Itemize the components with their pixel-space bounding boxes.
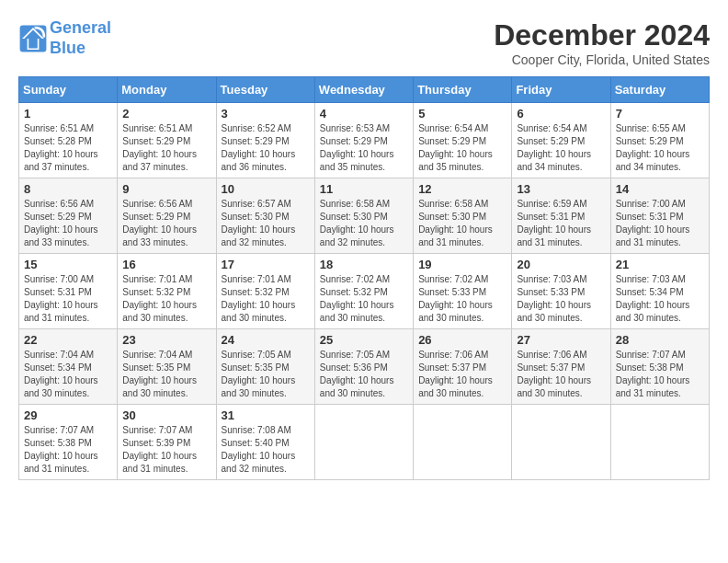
day-number: 26 — [418, 333, 506, 347]
header-monday: Monday — [118, 77, 216, 103]
calendar-week-5: 29 Sunrise: 7:07 AMSunset: 5:38 PMDaylig… — [19, 405, 710, 480]
day-info: Sunrise: 7:08 AMSunset: 5:40 PMDaylight:… — [222, 425, 296, 474]
logo-text: General Blue — [50, 18, 111, 58]
day-number: 28 — [616, 333, 704, 347]
day-number: 19 — [418, 258, 506, 271]
day-number: 20 — [517, 258, 605, 271]
day-info: Sunrise: 6:55 AMSunset: 5:29 PMDaylight:… — [616, 123, 690, 172]
day-number: 8 — [24, 182, 112, 196]
calendar-cell: 27 Sunrise: 7:06 AMSunset: 5:37 PMDaylig… — [512, 329, 610, 405]
day-info: Sunrise: 6:58 AMSunset: 5:30 PMDaylight:… — [320, 199, 394, 247]
calendar-cell: 4 Sunrise: 6:53 AMSunset: 5:29 PMDayligh… — [314, 103, 413, 178]
day-info: Sunrise: 6:59 AMSunset: 5:31 PMDaylight:… — [517, 199, 591, 247]
calendar-cell: 28 Sunrise: 7:07 AMSunset: 5:38 PMDaylig… — [610, 329, 709, 405]
month-title: December 2024 — [494, 18, 710, 52]
day-number: 25 — [320, 333, 408, 347]
day-number: 18 — [320, 258, 408, 271]
calendar-cell: 7 Sunrise: 6:55 AMSunset: 5:29 PMDayligh… — [610, 103, 709, 178]
header-sunday: Sunday — [19, 77, 118, 103]
header-tuesday: Tuesday — [216, 77, 314, 103]
calendar-cell: 23 Sunrise: 7:04 AMSunset: 5:35 PMDaylig… — [118, 329, 216, 405]
title-area: December 2024 Cooper City, Florida, Unit… — [494, 18, 710, 67]
calendar-cell: 20 Sunrise: 7:03 AMSunset: 5:33 PMDaylig… — [512, 254, 610, 329]
calendar-cell: 26 Sunrise: 7:06 AMSunset: 5:37 PMDaylig… — [414, 329, 512, 405]
calendar-cell: 12 Sunrise: 6:58 AMSunset: 5:30 PMDaylig… — [414, 178, 512, 254]
day-number: 7 — [616, 107, 704, 121]
day-info: Sunrise: 7:02 AMSunset: 5:32 PMDaylight:… — [320, 274, 394, 323]
day-number: 9 — [122, 182, 210, 196]
day-info: Sunrise: 6:57 AMSunset: 5:30 PMDaylight:… — [222, 199, 296, 247]
calendar-cell: 17 Sunrise: 7:01 AMSunset: 5:32 PMDaylig… — [216, 254, 314, 329]
logo-icon — [18, 24, 48, 53]
calendar-cell: 15 Sunrise: 7:00 AMSunset: 5:31 PMDaylig… — [19, 254, 118, 329]
day-number: 23 — [122, 333, 210, 347]
header-friday: Friday — [512, 77, 610, 103]
calendar-cell: 3 Sunrise: 6:52 AMSunset: 5:29 PMDayligh… — [216, 103, 314, 178]
day-info: Sunrise: 7:01 AMSunset: 5:32 PMDaylight:… — [222, 274, 296, 323]
day-number: 10 — [222, 182, 310, 196]
calendar-week-2: 8 Sunrise: 6:56 AMSunset: 5:29 PMDayligh… — [19, 178, 710, 254]
day-info: Sunrise: 6:54 AMSunset: 5:29 PMDaylight:… — [418, 123, 493, 172]
calendar-week-3: 15 Sunrise: 7:00 AMSunset: 5:31 PMDaylig… — [19, 254, 710, 329]
page-header: General Blue December 2024 Cooper City, … — [18, 18, 710, 67]
day-info: Sunrise: 7:00 AMSunset: 5:31 PMDaylight:… — [616, 199, 690, 247]
calendar-cell: 1 Sunrise: 6:51 AMSunset: 5:28 PMDayligh… — [19, 103, 118, 178]
day-number: 21 — [616, 258, 704, 271]
calendar-week-4: 22 Sunrise: 7:04 AMSunset: 5:34 PMDaylig… — [19, 329, 710, 405]
calendar-cell — [512, 405, 610, 480]
day-number: 1 — [24, 107, 112, 121]
day-info: Sunrise: 6:52 AMSunset: 5:29 PMDaylight:… — [222, 123, 296, 172]
day-info: Sunrise: 7:06 AMSunset: 5:37 PMDaylight:… — [418, 350, 493, 398]
calendar-cell: 22 Sunrise: 7:04 AMSunset: 5:34 PMDaylig… — [19, 329, 118, 405]
calendar: Sunday Monday Tuesday Wednesday Thursday… — [18, 76, 710, 480]
day-info: Sunrise: 6:58 AMSunset: 5:30 PMDaylight:… — [418, 199, 493, 247]
day-number: 4 — [320, 107, 408, 121]
calendar-cell: 19 Sunrise: 7:02 AMSunset: 5:33 PMDaylig… — [414, 254, 512, 329]
day-number: 30 — [122, 408, 210, 422]
logo: General Blue — [18, 18, 111, 58]
day-number: 29 — [24, 408, 112, 422]
day-info: Sunrise: 7:05 AMSunset: 5:36 PMDaylight:… — [320, 350, 394, 398]
day-number: 14 — [616, 182, 704, 196]
day-info: Sunrise: 7:02 AMSunset: 5:33 PMDaylight:… — [418, 274, 493, 323]
header-saturday: Saturday — [610, 77, 709, 103]
day-info: Sunrise: 7:03 AMSunset: 5:34 PMDaylight:… — [616, 274, 690, 323]
day-number: 15 — [24, 258, 112, 271]
day-number: 17 — [222, 258, 310, 271]
day-number: 12 — [418, 182, 506, 196]
day-number: 31 — [222, 408, 310, 422]
day-number: 16 — [122, 258, 210, 271]
day-info: Sunrise: 7:01 AMSunset: 5:32 PMDaylight:… — [122, 274, 197, 323]
weekday-header-row: Sunday Monday Tuesday Wednesday Thursday… — [19, 77, 710, 103]
day-info: Sunrise: 7:05 AMSunset: 5:35 PMDaylight:… — [222, 350, 296, 398]
day-number: 22 — [24, 333, 112, 347]
day-info: Sunrise: 6:54 AMSunset: 5:29 PMDaylight:… — [517, 123, 591, 172]
calendar-cell: 16 Sunrise: 7:01 AMSunset: 5:32 PMDaylig… — [118, 254, 216, 329]
header-wednesday: Wednesday — [314, 77, 413, 103]
day-info: Sunrise: 7:00 AMSunset: 5:31 PMDaylight:… — [24, 274, 98, 323]
calendar-cell: 11 Sunrise: 6:58 AMSunset: 5:30 PMDaylig… — [314, 178, 413, 254]
day-info: Sunrise: 7:04 AMSunset: 5:35 PMDaylight:… — [122, 350, 197, 398]
calendar-cell: 6 Sunrise: 6:54 AMSunset: 5:29 PMDayligh… — [512, 103, 610, 178]
day-number: 6 — [517, 107, 605, 121]
calendar-cell: 31 Sunrise: 7:08 AMSunset: 5:40 PMDaylig… — [216, 405, 314, 480]
day-info: Sunrise: 7:06 AMSunset: 5:37 PMDaylight:… — [517, 350, 591, 398]
calendar-cell: 10 Sunrise: 6:57 AMSunset: 5:30 PMDaylig… — [216, 178, 314, 254]
day-info: Sunrise: 6:51 AMSunset: 5:28 PMDaylight:… — [24, 123, 98, 172]
day-info: Sunrise: 6:56 AMSunset: 5:29 PMDaylight:… — [24, 199, 98, 247]
calendar-cell: 24 Sunrise: 7:05 AMSunset: 5:35 PMDaylig… — [216, 329, 314, 405]
calendar-cell: 13 Sunrise: 6:59 AMSunset: 5:31 PMDaylig… — [512, 178, 610, 254]
day-info: Sunrise: 7:03 AMSunset: 5:33 PMDaylight:… — [517, 274, 591, 323]
calendar-cell: 5 Sunrise: 6:54 AMSunset: 5:29 PMDayligh… — [414, 103, 512, 178]
day-info: Sunrise: 6:53 AMSunset: 5:29 PMDaylight:… — [320, 123, 394, 172]
day-number: 13 — [517, 182, 605, 196]
calendar-cell — [610, 405, 709, 480]
calendar-cell: 30 Sunrise: 7:07 AMSunset: 5:39 PMDaylig… — [118, 405, 216, 480]
day-number: 2 — [122, 107, 210, 121]
calendar-cell: 2 Sunrise: 6:51 AMSunset: 5:29 PMDayligh… — [118, 103, 216, 178]
day-info: Sunrise: 7:04 AMSunset: 5:34 PMDaylight:… — [24, 350, 98, 398]
header-thursday: Thursday — [414, 77, 512, 103]
day-info: Sunrise: 7:07 AMSunset: 5:39 PMDaylight:… — [122, 425, 197, 474]
day-info: Sunrise: 7:07 AMSunset: 5:38 PMDaylight:… — [24, 425, 98, 474]
day-number: 11 — [320, 182, 408, 196]
